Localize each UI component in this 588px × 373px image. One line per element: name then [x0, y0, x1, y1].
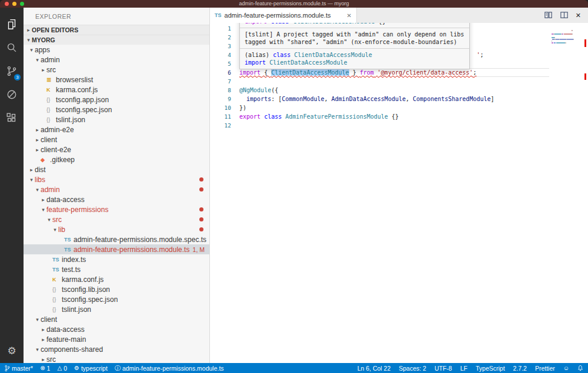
- chevron-right-icon[interactable]: ▸: [40, 327, 46, 332]
- tree-file-karma.conf.js[interactable]: Kkarma.conf.js: [24, 274, 209, 284]
- search-icon[interactable]: [0, 36, 24, 59]
- statusbar-notifications[interactable]: [577, 363, 583, 373]
- chevron-down-icon[interactable]: ▾: [34, 347, 41, 352]
- tree-file-tsconfig.spec.json[interactable]: {}tsconfig.spec.json: [24, 294, 209, 304]
- explorer-icon[interactable]: [0, 12, 24, 36]
- open-changes-icon[interactable]: [544, 11, 553, 19]
- open-editors-header[interactable]: ▸ OPEN EDITORS: [24, 25, 209, 35]
- tree-folder-dist[interactable]: ▸dist: [24, 164, 209, 174]
- close-editor-icon[interactable]: ✕: [576, 12, 581, 19]
- project-section-header[interactable]: ▾ MYORG: [24, 35, 209, 45]
- tree-item-label: admin-feature-permissions.module.spec.ts: [74, 236, 206, 244]
- statusbar-indentation[interactable]: Spaces: 2: [399, 363, 426, 373]
- statusbar-warnings[interactable]: △0: [57, 363, 67, 373]
- tree-folder-feature-main[interactable]: ▸feature-main: [24, 334, 209, 344]
- tree-file-index.ts[interactable]: TSindex.ts: [24, 254, 209, 264]
- chevron-right-icon[interactable]: ▸: [34, 127, 41, 133]
- code-line-10[interactable]: 10}): [210, 103, 588, 112]
- statusbar-errors[interactable]: ⊗1: [40, 363, 50, 373]
- chevron-right-icon[interactable]: ▸: [40, 197, 46, 203]
- code-line-12[interactable]: 12: [210, 121, 588, 130]
- tree-folder-client-e2e[interactable]: ▸client-e2e: [24, 145, 209, 154]
- statusbar-language-mode[interactable]: TypeScript: [476, 363, 505, 373]
- tree-folder-client[interactable]: ▸client: [24, 135, 209, 145]
- chevron-right-icon[interactable]: ▸: [40, 67, 46, 73]
- statusbar-active-file-info[interactable]: ⓘadmin-feature-permissions.module.ts: [115, 363, 224, 373]
- tree-folder-admin[interactable]: ▾admin: [24, 55, 209, 65]
- tree-file-tsconfig.lib.json[interactable]: {}tsconfig.lib.json: [24, 284, 209, 294]
- typescript-version-label: 2.7.2: [513, 365, 527, 372]
- chevron-right-icon[interactable]: ▸: [28, 167, 35, 173]
- tree-file-admin-feature-permissions.module.spec.ts[interactable]: TSadmin-feature-permissions.module.spec.…: [24, 234, 209, 244]
- chevron-right-icon: ▸: [25, 27, 32, 33]
- statusbar-git-branch[interactable]: master*: [5, 363, 33, 373]
- tree-folder-lib[interactable]: ▾lib: [24, 224, 209, 234]
- source-control-icon[interactable]: 3: [0, 59, 24, 83]
- chevron-down-icon[interactable]: ▾: [52, 227, 58, 233]
- tree-folder-client[interactable]: ▾client: [24, 314, 209, 324]
- tree-item-label: karma.conf.js: [62, 275, 103, 284]
- statusbar-typescript-version[interactable]: 2.7.2: [513, 363, 527, 373]
- code-line-8[interactable]: 8@NgModule({: [210, 86, 588, 95]
- statusbar-eol[interactable]: LF: [460, 363, 467, 373]
- code-line-11[interactable]: 11export class AdminFeaturePermissionsMo…: [210, 112, 588, 121]
- chevron-down-icon[interactable]: ▾: [34, 57, 41, 63]
- tree-file-test.ts[interactable]: TStest.ts: [24, 264, 209, 274]
- tree-file-.gitkeep[interactable]: ◆.gitkeep: [24, 154, 209, 164]
- warnings-label: 0: [64, 365, 67, 372]
- extensions-icon[interactable]: [0, 106, 24, 130]
- close-window-button[interactable]: [5, 2, 9, 6]
- chevron-right-icon[interactable]: ▸: [34, 137, 41, 143]
- tree-folder-admin-e2e[interactable]: ▸admin-e2e: [24, 125, 209, 135]
- editor-body[interactable]: 1234 ';56import { ClientDataAccessModule…: [210, 23, 588, 363]
- chevron-down-icon[interactable]: ▾: [40, 207, 46, 213]
- tree-folder-apps[interactable]: ▾apps: [24, 45, 209, 55]
- chevron-down-icon[interactable]: ▾: [34, 187, 41, 193]
- tree-folder-components-shared[interactable]: ▾components-shared: [24, 344, 209, 354]
- code-line-9[interactable]: 9 imports: [CommonModule, AdminDataAcces…: [210, 95, 588, 103]
- tree-folder-src[interactable]: ▾src: [24, 214, 209, 224]
- settings-gear-icon[interactable]: ⚙: [7, 345, 16, 357]
- tree-item-label: tsconfig.spec.json: [62, 295, 118, 304]
- code-line-7[interactable]: 7: [210, 77, 588, 86]
- tree-folder-data-access[interactable]: ▸data-access: [24, 324, 209, 334]
- chevron-down-icon[interactable]: ▾: [28, 177, 35, 183]
- statusbar-encoding[interactable]: UTF-8: [435, 363, 452, 373]
- tree-file-tslint.json[interactable]: {}tslint.json: [24, 304, 209, 314]
- tab-admin-feature-permissions-module[interactable]: TS admin-feature-permissions.module.ts ✕: [210, 8, 357, 23]
- code-line-6[interactable]: 6import { ClientDataAccessModule } from …: [210, 68, 588, 77]
- tree-file-admin-feature-permissions.module.ts[interactable]: TSadmin-feature-permissions.module.ts1, …: [24, 244, 209, 254]
- tree-folder-feature-permissions[interactable]: ▾feature-permissions: [24, 204, 209, 214]
- tree-folder-libs[interactable]: ▾libs: [24, 174, 209, 184]
- statusbar-cursor-position[interactable]: Ln 6, Col 22: [358, 363, 391, 373]
- tree-file-tsconfig.spec.json[interactable]: {}tsconfig.spec.json: [24, 105, 209, 115]
- line-number: 11: [210, 112, 239, 121]
- chevron-right-icon[interactable]: ▸: [40, 357, 46, 362]
- tree-folder-src[interactable]: ▸src: [24, 65, 209, 75]
- statusbar-formatter[interactable]: Prettier: [535, 363, 555, 373]
- line-number: 10: [210, 103, 239, 112]
- tree-folder-src[interactable]: ▸src: [24, 354, 209, 363]
- chevron-down-icon[interactable]: ▾: [34, 317, 41, 322]
- tree-file-tsconfig.app.json[interactable]: {}tsconfig.app.json: [24, 95, 209, 105]
- tree-folder-admin[interactable]: ▾admin: [24, 184, 209, 194]
- tab-close-icon[interactable]: ✕: [347, 12, 352, 19]
- split-editor-icon[interactable]: [560, 11, 569, 19]
- ts-file-icon: TS: [52, 267, 62, 273]
- maximize-window-button[interactable]: [20, 2, 24, 6]
- chevron-right-icon[interactable]: ▸: [34, 147, 41, 153]
- tree-file-karma.conf.js[interactable]: Kkarma.conf.js: [24, 85, 209, 95]
- chevron-down-icon[interactable]: ▾: [28, 47, 35, 53]
- tree-folder-data-access[interactable]: ▸data-access: [24, 194, 209, 204]
- minimize-window-button[interactable]: [12, 2, 16, 6]
- chevron-right-icon[interactable]: ▸: [40, 337, 46, 342]
- statusbar-typescript-status[interactable]: ⚙typescript: [74, 363, 108, 373]
- chevron-down-icon[interactable]: ▾: [46, 217, 52, 223]
- tree-file-tslint.json[interactable]: {}tslint.json: [24, 115, 209, 125]
- minimap[interactable]: [552, 25, 577, 46]
- debug-icon[interactable]: [0, 83, 24, 106]
- statusbar-feedback[interactable]: ☺: [563, 363, 569, 373]
- tree-item-label: feature-main: [46, 335, 86, 344]
- tree-file-browserslist[interactable]: ≣browserslist: [24, 75, 209, 85]
- modified-dot-badge: [199, 217, 203, 221]
